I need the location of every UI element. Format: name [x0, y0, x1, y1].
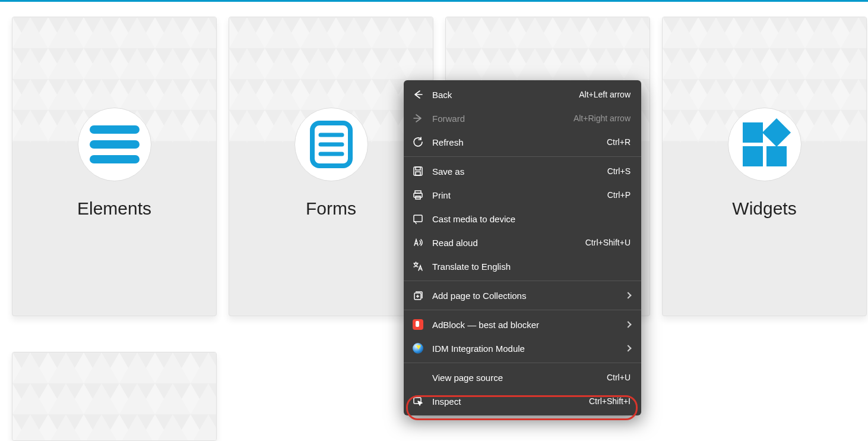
chevron-right-icon: [625, 345, 631, 351]
menu-read-aloud[interactable]: Read aloud Ctrl+Shift+U: [404, 231, 641, 254]
menu-label: Back: [432, 90, 579, 100]
card-forms[interactable]: Forms: [229, 17, 433, 316]
menu-print[interactable]: Print Ctrl+P: [404, 183, 641, 207]
menu-separator: [404, 310, 641, 310]
menu-idm[interactable]: IDM Integration Module: [404, 336, 641, 360]
menu-label: View page source: [432, 373, 607, 383]
menu-label: Add page to Collections: [432, 291, 621, 301]
svg-rect-5: [90, 155, 140, 163]
menu-label: IDM Integration Module: [432, 344, 621, 354]
menu-view-source[interactable]: View page source Ctrl+U: [404, 366, 641, 389]
menu-translate[interactable]: Translate to English: [404, 254, 641, 278]
menu-shortcut: Ctrl+U: [607, 373, 631, 382]
page-top-border: [0, 0, 868, 2]
card-title: Forms: [229, 199, 433, 219]
chevron-right-icon: [625, 292, 631, 298]
menu-forward: Forward Alt+Right arrow: [404, 106, 641, 130]
menu-label: Save as: [432, 166, 607, 177]
card-row2[interactable]: [12, 352, 217, 441]
svg-rect-16: [762, 118, 790, 147]
refresh-icon: [412, 136, 424, 148]
menu-shortcut: Ctrl+Shift+U: [585, 238, 631, 247]
card-widgets[interactable]: Widgets: [662, 17, 867, 316]
menu-save-as[interactable]: Save as Ctrl+S: [404, 159, 641, 183]
svg-rect-18: [414, 167, 422, 175]
blank-icon: [412, 371, 424, 383]
collections-icon: [412, 289, 424, 301]
cast-icon: [412, 213, 424, 225]
card-elements[interactable]: Elements: [12, 17, 217, 316]
forward-arrow-icon: [412, 112, 424, 124]
menu-shortcut: Alt+Right arrow: [574, 114, 631, 123]
adblock-icon: [412, 319, 424, 330]
menu-refresh[interactable]: Refresh Ctrl+R: [404, 130, 641, 154]
svg-rect-4: [90, 140, 140, 149]
translate-icon: [412, 260, 424, 272]
card-title: Elements: [12, 199, 216, 219]
menu-shortcut: Alt+Left arrow: [579, 90, 631, 99]
context-menu: Back Alt+Left arrow Forward Alt+Right ar…: [404, 80, 641, 415]
menu-separator: [404, 363, 641, 363]
widgets-icon: [728, 108, 802, 181]
chevron-right-icon: [625, 321, 631, 327]
menu-shortcut: Ctrl+S: [607, 166, 631, 176]
elements-icon: [78, 108, 151, 181]
menu-label: Read aloud: [432, 238, 585, 248]
menu-adblock[interactable]: AdBlock — best ad blocker: [404, 313, 641, 336]
card-pattern: [12, 352, 216, 441]
menu-label: Inspect: [432, 396, 589, 407]
menu-label: Forward: [432, 114, 574, 124]
menu-separator: [404, 281, 641, 281]
idm-icon: [412, 342, 424, 354]
menu-inspect[interactable]: Inspect Ctrl+Shift+I: [404, 389, 641, 413]
save-icon: [412, 165, 424, 177]
forms-icon: [294, 108, 368, 181]
svg-rect-14: [743, 146, 763, 166]
menu-label: Print: [432, 190, 607, 200]
print-icon: [412, 189, 424, 201]
menu-collections[interactable]: Add page to Collections: [404, 284, 641, 307]
menu-shortcut: Ctrl+R: [607, 137, 631, 147]
inspect-icon: [412, 395, 424, 407]
card-title: Widgets: [663, 199, 866, 219]
svg-rect-22: [414, 193, 422, 197]
menu-cast[interactable]: Cast media to device: [404, 207, 641, 231]
back-arrow-icon: [412, 89, 424, 100]
svg-rect-17: [12, 352, 216, 441]
svg-rect-15: [766, 146, 787, 166]
menu-separator: [404, 156, 641, 157]
svg-rect-13: [743, 122, 763, 143]
svg-rect-20: [416, 172, 420, 175]
svg-rect-24: [414, 215, 422, 222]
menu-shortcut: Ctrl+Shift+I: [589, 396, 631, 406]
menu-shortcut: Ctrl+P: [607, 190, 631, 200]
svg-rect-19: [416, 167, 420, 170]
menu-label: Translate to English: [432, 262, 631, 272]
menu-back[interactable]: Back Alt+Left arrow: [404, 83, 641, 106]
menu-label: AdBlock — best ad blocker: [432, 320, 621, 330]
svg-rect-3: [90, 125, 140, 134]
menu-label: Refresh: [432, 137, 607, 147]
menu-label: Cast media to device: [432, 214, 631, 224]
read-aloud-icon: [412, 237, 424, 248]
